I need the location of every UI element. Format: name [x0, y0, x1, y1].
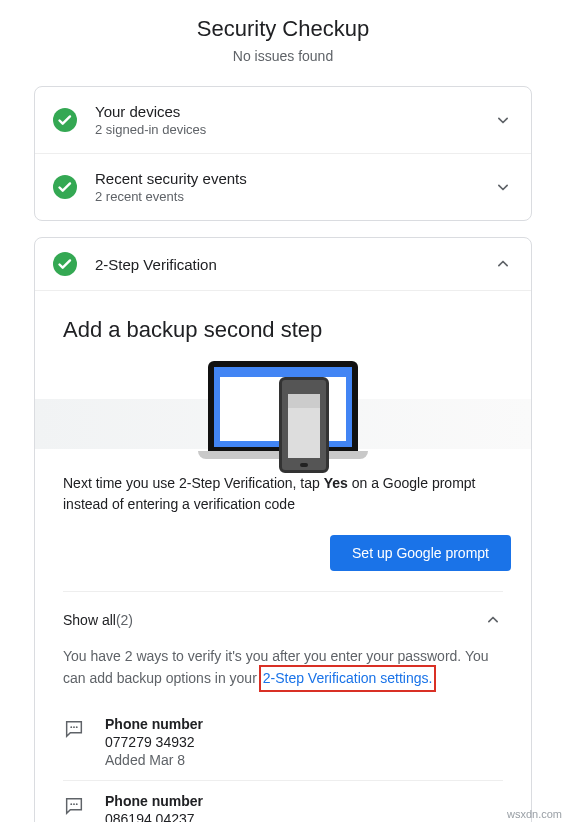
method-body: Phone number 077279 34932 Added Mar 8 [105, 716, 203, 768]
phone-icon [279, 377, 329, 473]
highlight-box: 2-Step Verification settings. [259, 665, 437, 692]
chevron-up-icon [483, 610, 503, 630]
svg-point-5 [76, 726, 78, 728]
svg-point-8 [76, 803, 78, 805]
two-step-verification-card: 2-Step Verification Add a backup second … [34, 237, 532, 822]
sms-icon [63, 718, 91, 768]
page-subtitle: No issues found [0, 48, 566, 64]
chevron-up-icon [493, 254, 513, 274]
showall-label: Show all [63, 612, 116, 628]
row-body: Your devices 2 signed-in devices [95, 103, 493, 137]
your-devices-row[interactable]: Your devices 2 signed-in devices [35, 87, 531, 153]
row-subtitle: 2 signed-in devices [95, 122, 493, 137]
method-title: Phone number [105, 716, 203, 732]
showall-description: You have 2 ways to verify it's you after… [63, 646, 503, 690]
svg-point-3 [70, 726, 72, 728]
tip-bold: Yes [324, 475, 348, 491]
svg-point-7 [73, 803, 75, 805]
backup-tip: Next time you use 2-Step Verification, t… [63, 473, 503, 515]
row-title: Your devices [95, 103, 493, 120]
showall-section: Show all (2) You have 2 ways to verify i… [63, 591, 503, 822]
button-row: Set up Google prompt [63, 535, 511, 571]
collapsed-card: Your devices 2 signed-in devices Recent … [34, 86, 532, 221]
row-body: 2-Step Verification [95, 256, 493, 273]
chevron-down-icon [493, 177, 513, 197]
row-title: Recent security events [95, 170, 493, 187]
chevron-down-icon [493, 110, 513, 130]
setup-google-prompt-button[interactable]: Set up Google prompt [330, 535, 511, 571]
verification-method: Phone number 086194 04237 Added Mar 8 [63, 780, 503, 822]
row-title: 2-Step Verification [95, 256, 493, 273]
check-icon [53, 252, 77, 276]
svg-point-4 [73, 726, 75, 728]
method-value: 077279 34932 [105, 734, 203, 750]
method-value: 086194 04237 [105, 811, 203, 822]
showall-count: (2) [116, 612, 133, 628]
check-icon [53, 175, 77, 199]
two-step-settings-link[interactable]: 2-Step Verification settings. [263, 670, 433, 686]
method-added: Added Mar 8 [105, 752, 203, 768]
row-subtitle: 2 recent events [95, 189, 493, 204]
watermark: wsxdn.com [507, 808, 562, 820]
backup-section: Add a backup second step Next time you u… [35, 290, 531, 822]
backup-heading: Add a backup second step [63, 317, 503, 343]
two-step-header[interactable]: 2-Step Verification [35, 238, 531, 290]
showall-header[interactable]: Show all (2) [63, 610, 503, 630]
method-body: Phone number 086194 04237 Added Mar 8 [105, 793, 203, 822]
row-body: Recent security events 2 recent events [95, 170, 493, 204]
tip-prefix: Next time you use 2-Step Verification, t… [63, 475, 324, 491]
page-title: Security Checkup [0, 16, 566, 42]
method-title: Phone number [105, 793, 203, 809]
sms-icon [63, 795, 91, 822]
recent-security-events-row[interactable]: Recent security events 2 recent events [35, 153, 531, 220]
devices-illustration [63, 361, 503, 453]
verification-method: Phone number 077279 34932 Added Mar 8 [63, 704, 503, 780]
check-icon [53, 108, 77, 132]
svg-point-6 [70, 803, 72, 805]
